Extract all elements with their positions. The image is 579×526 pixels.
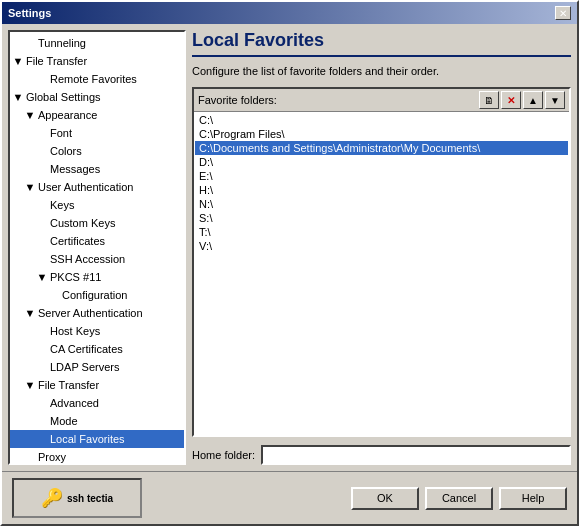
tree-item-proxy[interactable]: Proxy bbox=[10, 448, 184, 465]
expander-icon: ▼ bbox=[22, 305, 38, 321]
move-up-button[interactable]: ▲ bbox=[523, 91, 543, 109]
folder-item-v[interactable]: V:\ bbox=[195, 239, 568, 253]
tree-label: Global Settings bbox=[26, 91, 101, 103]
tree-item-global-settings[interactable]: ▼ Global Settings bbox=[10, 88, 184, 106]
tree-label: CA Certificates bbox=[50, 343, 123, 355]
tree-item-file-transfer-2[interactable]: ▼ File Transfer bbox=[10, 376, 184, 394]
expander-icon bbox=[34, 341, 50, 357]
folder-item-program-files[interactable]: C:\Program Files\ bbox=[195, 127, 568, 141]
tree-item-configuration[interactable]: Configuration bbox=[10, 286, 184, 304]
tree-item-file-transfer[interactable]: ▼ File Transfer bbox=[10, 52, 184, 70]
tree-item-appearance[interactable]: ▼ Appearance bbox=[10, 106, 184, 124]
brand-box: 🔑 ssh tectia bbox=[12, 478, 142, 518]
close-button[interactable]: ✕ bbox=[555, 6, 571, 20]
tree-item-ca-certificates[interactable]: CA Certificates bbox=[10, 340, 184, 358]
favorite-folders-panel: Favorite folders: 🗎 ✕ ▲ ▼ bbox=[192, 87, 571, 437]
panel-title: Local Favorites bbox=[192, 30, 571, 57]
tree-item-ssh-accession[interactable]: SSH Accession bbox=[10, 250, 184, 268]
expander-icon bbox=[34, 161, 50, 177]
tree-item-mode[interactable]: Mode bbox=[10, 412, 184, 430]
right-panel: Local Favorites Configure the list of fa… bbox=[192, 30, 571, 465]
tree-label: LDAP Servers bbox=[50, 361, 120, 373]
expander-icon: ▼ bbox=[22, 107, 38, 123]
tree-item-ldap-servers[interactable]: LDAP Servers bbox=[10, 358, 184, 376]
tree-label: Server Authentication bbox=[38, 307, 143, 319]
home-folder-label: Home folder: bbox=[192, 449, 255, 461]
tree-label: Mode bbox=[50, 415, 78, 427]
folder-item-my-documents[interactable]: C:\Documents and Settings\Administrator\… bbox=[195, 141, 568, 155]
tree-label: Certificates bbox=[50, 235, 105, 247]
help-button[interactable]: Help bbox=[499, 487, 567, 510]
expander-icon bbox=[34, 395, 50, 411]
tree-label: Remote Favorites bbox=[50, 73, 137, 85]
folder-item-e[interactable]: E:\ bbox=[195, 169, 568, 183]
home-folder-row: Home folder: bbox=[192, 445, 571, 465]
tree-item-local-favorites[interactable]: Local Favorites bbox=[10, 430, 184, 448]
tree-item-custom-keys[interactable]: Custom Keys bbox=[10, 214, 184, 232]
folder-item-n[interactable]: N:\ bbox=[195, 197, 568, 211]
tree-item-pkcs11[interactable]: ▼ PKCS #11 bbox=[10, 268, 184, 286]
favorite-folders-label: Favorite folders: bbox=[198, 94, 277, 106]
expander-icon: ▼ bbox=[22, 179, 38, 195]
expander-icon bbox=[34, 197, 50, 213]
expander-icon bbox=[34, 233, 50, 249]
list-header: Favorite folders: 🗎 ✕ ▲ ▼ bbox=[194, 89, 569, 112]
expander-icon bbox=[34, 431, 50, 447]
expander-icon: ▼ bbox=[10, 89, 26, 105]
expander-icon bbox=[34, 323, 50, 339]
key-icon: 🔑 bbox=[41, 487, 63, 509]
tree-item-remote-favorites[interactable]: Remote Favorites bbox=[10, 70, 184, 88]
list-toolbar: 🗎 ✕ ▲ ▼ bbox=[479, 91, 565, 109]
tree-item-keys[interactable]: Keys bbox=[10, 196, 184, 214]
folder-item-t[interactable]: T:\ bbox=[195, 225, 568, 239]
delete-folder-button[interactable]: ✕ bbox=[501, 91, 521, 109]
tree-label: File Transfer bbox=[26, 55, 87, 67]
tree-label: Appearance bbox=[38, 109, 97, 121]
ok-button[interactable]: OK bbox=[351, 487, 419, 510]
new-icon: 🗎 bbox=[484, 95, 494, 106]
new-folder-button[interactable]: 🗎 bbox=[479, 91, 499, 109]
expander-icon bbox=[34, 251, 50, 267]
tree-label: Colors bbox=[50, 145, 82, 157]
move-down-button[interactable]: ▼ bbox=[545, 91, 565, 109]
tree-label: Keys bbox=[50, 199, 74, 211]
expander-icon: ▼ bbox=[34, 269, 50, 285]
window-content: Tunneling ▼ File Transfer Remote Favorit… bbox=[2, 24, 577, 471]
up-icon: ▲ bbox=[528, 95, 538, 106]
tree-label: Tunneling bbox=[38, 37, 86, 49]
folders-list: C:\C:\Program Files\C:\Documents and Set… bbox=[194, 112, 569, 435]
expander-icon bbox=[34, 71, 50, 87]
tree-item-server-authentication[interactable]: ▼ Server Authentication bbox=[10, 304, 184, 322]
expander-icon bbox=[34, 215, 50, 231]
expander-icon bbox=[22, 449, 38, 465]
settings-window: Settings ✕ Tunneling ▼ File Transfer Rem… bbox=[0, 0, 579, 526]
tree-item-user-authentication[interactable]: ▼ User Authentication bbox=[10, 178, 184, 196]
tree-label: Advanced bbox=[50, 397, 99, 409]
folder-item-c[interactable]: C:\ bbox=[195, 113, 568, 127]
tree-label: Font bbox=[50, 127, 72, 139]
delete-icon: ✕ bbox=[507, 95, 515, 106]
folder-item-h[interactable]: H:\ bbox=[195, 183, 568, 197]
expander-icon: ▼ bbox=[10, 53, 26, 69]
tree-item-host-keys[interactable]: Host Keys bbox=[10, 322, 184, 340]
window-title: Settings bbox=[8, 7, 51, 19]
folder-item-s[interactable]: S:\ bbox=[195, 211, 568, 225]
tree-label: PKCS #11 bbox=[50, 271, 101, 283]
folder-item-d[interactable]: D:\ bbox=[195, 155, 568, 169]
tree-item-certificates[interactable]: Certificates bbox=[10, 232, 184, 250]
cancel-button[interactable]: Cancel bbox=[425, 487, 493, 510]
tree-item-advanced[interactable]: Advanced bbox=[10, 394, 184, 412]
tree-item-messages[interactable]: Messages bbox=[10, 160, 184, 178]
tree-label: User Authentication bbox=[38, 181, 133, 193]
tree-item-tunneling[interactable]: Tunneling bbox=[10, 34, 184, 52]
tree-label: Configuration bbox=[62, 289, 127, 301]
expander-icon bbox=[34, 359, 50, 375]
tree-label: SSH Accession bbox=[50, 253, 125, 265]
title-bar: Settings ✕ bbox=[2, 2, 577, 24]
tree-label: Custom Keys bbox=[50, 217, 115, 229]
tree-label: Proxy bbox=[38, 451, 66, 463]
home-folder-input[interactable] bbox=[261, 445, 571, 465]
tree-item-font[interactable]: Font bbox=[10, 124, 184, 142]
tree-label: Local Favorites bbox=[50, 433, 125, 445]
tree-item-colors[interactable]: Colors bbox=[10, 142, 184, 160]
